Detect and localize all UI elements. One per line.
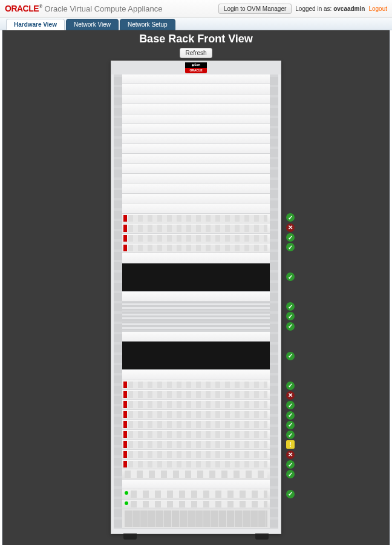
rack-unit[interactable] — [122, 400, 270, 409]
rack-unit[interactable] — [122, 380, 270, 390]
rack-unit[interactable] — [122, 450, 270, 460]
rack-unit[interactable] — [122, 223, 270, 233]
status-err-icon[interactable]: ✕ — [286, 451, 295, 459]
rack-unit[interactable] — [122, 500, 270, 509]
rack-unit — [122, 84, 270, 94]
rack-rail-right — [270, 74, 278, 529]
status-ok-icon[interactable]: ✓ — [286, 490, 295, 498]
status-ok-icon[interactable]: ✓ — [286, 302, 295, 311]
rack-front-view: ◆Sun ORACLE ✓✕✓✓✓✓✓✓✓✓✕✓✓✓✓!✕✓✓✓ — [111, 61, 281, 534]
status-ok-icon[interactable]: ✓ — [286, 233, 295, 242]
status-ok-icon[interactable]: ✓ — [286, 431, 295, 439]
rack-unit — [122, 104, 270, 114]
status-ok-icon[interactable]: ✓ — [286, 460, 295, 469]
rack-unit[interactable] — [122, 440, 270, 449]
status-err-icon[interactable]: ✕ — [286, 223, 295, 232]
sun-oracle-badge: ◆Sun ORACLE — [185, 62, 207, 73]
rack-unit[interactable] — [122, 243, 270, 253]
rack-unit — [122, 183, 270, 193]
status-ok-icon[interactable]: ✓ — [286, 401, 295, 409]
page-title: Base Rack Front View — [2, 30, 390, 45]
rack-unit[interactable] — [122, 234, 270, 243]
rack-unit — [122, 292, 270, 302]
tab-network-view[interactable]: Network View — [66, 19, 119, 30]
rack-unit — [122, 134, 270, 144]
status-err-icon[interactable]: ✕ — [286, 391, 295, 400]
status-ok-icon[interactable]: ✓ — [286, 411, 295, 420]
rack-unit — [122, 203, 270, 213]
rack-unit[interactable] — [122, 420, 270, 429]
rack-unit[interactable] — [122, 489, 270, 499]
rack-unit — [122, 154, 270, 164]
rack-unit[interactable] — [122, 322, 270, 331]
rack-unit[interactable] — [122, 302, 270, 311]
refresh-button[interactable]: Refresh — [180, 48, 212, 58]
status-ok-icon[interactable]: ✓ — [286, 470, 295, 478]
status-ok-icon[interactable]: ✓ — [286, 243, 295, 251]
rack-unit[interactable] — [122, 263, 270, 292]
rack-unit — [122, 480, 270, 489]
app-title: Oracle Virtual Compute Appliance — [45, 4, 163, 13]
rack-unit[interactable] — [122, 214, 270, 223]
rack-unit — [122, 124, 270, 134]
oracle-logo: ORACLE® — [5, 4, 42, 13]
rack-unit — [122, 253, 270, 263]
rack-rail-left — [114, 74, 122, 529]
status-warn-icon[interactable]: ! — [286, 440, 295, 449]
status-ok-icon[interactable]: ✓ — [286, 322, 295, 331]
rack-unit — [122, 164, 270, 174]
status-ok-icon[interactable]: ✓ — [286, 213, 295, 222]
tab-network-setup[interactable]: Network Setup — [120, 19, 175, 30]
rack-unit — [122, 94, 270, 104]
rack-unit — [122, 74, 270, 84]
status-ok-icon[interactable]: ✓ — [286, 421, 295, 429]
rack-unit[interactable] — [122, 469, 270, 479]
status-ok-icon[interactable]: ✓ — [286, 352, 295, 360]
rack-unit — [122, 174, 270, 183]
rack-unit — [122, 332, 270, 342]
login-ovm-button[interactable]: Login to OVM Manager — [218, 4, 292, 14]
rack-unit — [122, 370, 270, 380]
tab-hardware-view[interactable]: Hardware View — [6, 19, 65, 30]
rack-unit — [122, 114, 270, 124]
logout-link[interactable]: Logout — [368, 5, 387, 12]
rack-unit[interactable] — [122, 342, 270, 370]
status-ok-icon[interactable]: ✓ — [286, 272, 295, 281]
rack-unit[interactable] — [122, 460, 270, 469]
status-ok-icon[interactable]: ✓ — [286, 382, 295, 390]
logged-in-label: Logged in as: ovcaadmin — [295, 5, 365, 12]
rack-unit — [122, 194, 270, 203]
status-ok-icon[interactable]: ✓ — [286, 312, 295, 320]
rack-unit[interactable] — [122, 390, 270, 400]
rack-unit — [122, 144, 270, 154]
rack-unit[interactable] — [122, 509, 270, 529]
rack-unit[interactable] — [122, 430, 270, 440]
tab-strip: Hardware ViewNetwork ViewNetwork Setup — [0, 18, 392, 30]
rack-unit[interactable] — [122, 312, 270, 322]
rack-unit[interactable] — [122, 410, 270, 420]
